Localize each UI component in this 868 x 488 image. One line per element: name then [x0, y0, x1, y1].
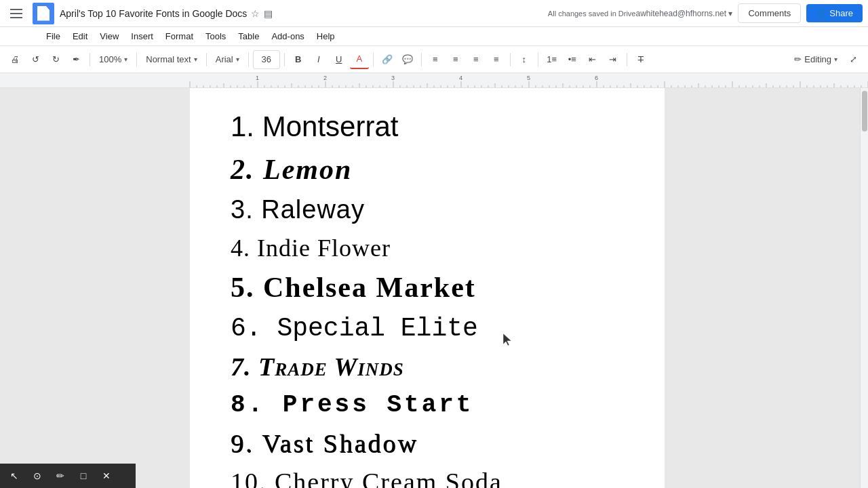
- doc-title-text: April's Top 10 Favorite Fonts in Google …: [60, 8, 247, 19]
- menu-format[interactable]: Format: [160, 29, 199, 43]
- font-list-item: 2. Lemon: [231, 151, 624, 188]
- font-value: Arial: [216, 54, 233, 64]
- menu-view[interactable]: View: [94, 29, 124, 43]
- zoom-dropdown[interactable]: 100% ▾: [94, 50, 132, 69]
- font-size-input[interactable]: [253, 50, 280, 69]
- indent-increase-button[interactable]: ⇥: [604, 50, 623, 69]
- rectangle-tool-icon[interactable]: □: [76, 468, 91, 483]
- font-list-item: 3. Raleway: [231, 193, 624, 226]
- menu-bar: File Edit View Insert Format Tools Table…: [0, 27, 868, 46]
- cursor-tool-icon[interactable]: ↖: [7, 468, 22, 483]
- underline-button[interactable]: U: [330, 50, 349, 69]
- scroll-thumb[interactable]: [862, 91, 867, 131]
- numberedlist-button[interactable]: 1≡: [542, 50, 561, 69]
- menu-file[interactable]: File: [41, 29, 66, 43]
- toolbar-sep-3: [206, 53, 207, 66]
- font-list-item: 5. Chelsea Market: [231, 269, 624, 306]
- share-button[interactable]: 👤 Share: [806, 4, 863, 22]
- star-icon[interactable]: ☆: [251, 8, 260, 19]
- ruler: [0, 73, 868, 88]
- linespacing-button[interactable]: ↕: [515, 50, 534, 69]
- menu-help[interactable]: Help: [311, 29, 340, 43]
- right-area: [665, 88, 868, 488]
- toolbar-sep-5: [284, 53, 285, 66]
- clear-formatting-button[interactable]: T̶: [631, 50, 650, 69]
- font-list-item: 9. Vast Shadow: [231, 427, 624, 460]
- toolbar-sep-10: [627, 53, 627, 66]
- font-arrow: ▾: [236, 56, 239, 63]
- toolbar-sep-6: [373, 53, 374, 66]
- italic-button[interactable]: I: [309, 50, 328, 69]
- left-margin: [0, 88, 190, 488]
- font-list-item: 8. Press Start: [231, 390, 624, 422]
- docs-logo: [33, 3, 54, 24]
- right-controls: awhitehead@hfhorns.net ▾ Comments 👤 Shar…: [635, 3, 863, 23]
- circle-tool-icon[interactable]: ⊙: [30, 468, 45, 483]
- undo-button[interactable]: ↺: [26, 50, 45, 69]
- font-list-item: 6. Special Elite: [231, 312, 624, 345]
- align-justify-button[interactable]: ≡: [487, 50, 506, 69]
- menu-addons[interactable]: Add-ons: [266, 29, 309, 43]
- bold-button[interactable]: B: [289, 50, 308, 69]
- menu-edit[interactable]: Edit: [67, 29, 93, 43]
- menu-table[interactable]: Table: [233, 29, 264, 43]
- print-button[interactable]: 🖨: [5, 50, 24, 69]
- share-icon: 👤: [816, 8, 827, 18]
- maximize-button[interactable]: ⤢: [844, 50, 863, 69]
- font-dropdown[interactable]: Arial ▾: [211, 50, 244, 69]
- align-center-button[interactable]: ≡: [446, 50, 465, 69]
- font-list-item: 7. Trade Winds: [231, 350, 624, 384]
- menu-tools[interactable]: Tools: [200, 29, 231, 43]
- toolbar-sep-8: [510, 53, 511, 66]
- indent-decrease-button[interactable]: ⇤: [583, 50, 602, 69]
- align-right-button[interactable]: ≡: [467, 50, 486, 69]
- link-button[interactable]: 🔗: [378, 50, 397, 69]
- saved-status: All changes saved in Drive: [548, 9, 636, 18]
- pencil-icon: ✏: [794, 54, 802, 64]
- toolbar-sep-2: [136, 53, 137, 66]
- scrollbar[interactable]: [860, 88, 868, 488]
- paintformat-button[interactable]: ✒: [66, 50, 85, 69]
- font-list-item: 1. Montserrat: [231, 108, 624, 146]
- comment-button[interactable]: 💬: [398, 50, 417, 69]
- toolbar-sep-9: [538, 53, 538, 66]
- top-bar: April's Top 10 Favorite Fonts in Google …: [0, 0, 868, 27]
- close-icon[interactable]: ✕: [99, 468, 114, 483]
- font-list: 1. Montserrat2. Lemon3. Raleway4. Indie …: [231, 108, 624, 488]
- pencil-tool-icon[interactable]: ✏: [53, 468, 68, 483]
- bottom-bar: ↖ ⊙ ✏ □ ✕: [0, 464, 136, 488]
- doc-title: April's Top 10 Favorite Fonts in Google …: [60, 8, 541, 19]
- editing-mode-dropdown[interactable]: ✏ Editing ▾: [789, 50, 842, 69]
- font-list-item: 10. Cherry Cream Soda: [231, 466, 624, 488]
- bulletlist-button[interactable]: •≡: [563, 50, 582, 69]
- style-dropdown[interactable]: Normal text ▾: [141, 50, 201, 69]
- align-left-button[interactable]: ≡: [426, 50, 445, 69]
- document-page[interactable]: 1. Montserrat2. Lemon3. Raleway4. Indie …: [190, 88, 665, 488]
- font-list-item: 4. Indie Flower: [231, 232, 624, 264]
- redo-button[interactable]: ↻: [46, 50, 65, 69]
- mode-arrow: ▾: [834, 56, 837, 63]
- menu-insert[interactable]: Insert: [125, 29, 159, 43]
- user-email[interactable]: awhitehead@hfhorns.net ▾: [635, 9, 732, 18]
- editing-mode-label: Editing: [804, 54, 831, 64]
- share-label: Share: [829, 8, 853, 18]
- toolbar-sep-4: [248, 53, 249, 66]
- color-button[interactable]: A: [350, 50, 369, 69]
- style-value: Normal text: [146, 54, 191, 64]
- toolbar-sep-7: [421, 53, 422, 66]
- hamburger-icon[interactable]: [5, 3, 27, 24]
- toolbar-sep-1: [90, 53, 90, 66]
- comments-button[interactable]: Comments: [738, 3, 801, 23]
- style-arrow: ▾: [194, 56, 197, 63]
- zoom-value: 100%: [99, 54, 121, 64]
- title-area: April's Top 10 Favorite Fonts in Google …: [60, 8, 541, 19]
- folder-icon[interactable]: ▤: [264, 8, 273, 19]
- zoom-arrow: ▾: [124, 56, 127, 63]
- document-area: 1. Montserrat2. Lemon3. Raleway4. Indie …: [0, 88, 868, 488]
- toolbar: 🖨 ↺ ↻ ✒ 100% ▾ Normal text ▾ Arial ▾ B I…: [0, 46, 868, 73]
